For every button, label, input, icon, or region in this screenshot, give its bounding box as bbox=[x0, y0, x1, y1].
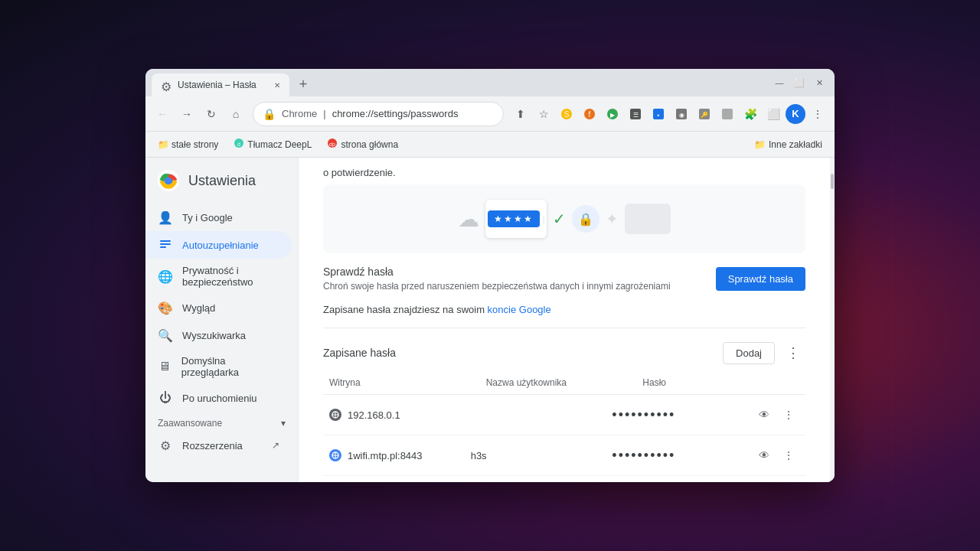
other-bookmarks[interactable]: 📁 Inne zakładki bbox=[748, 136, 828, 153]
menu-icon[interactable]: ⋮ bbox=[807, 103, 828, 125]
intro-text: o potwierdzenie. bbox=[323, 158, 805, 184]
forward-button[interactable]: → bbox=[176, 103, 198, 125]
show-password-button[interactable]: 👁 bbox=[753, 404, 775, 425]
other-bookmarks-label: Inne zakładki bbox=[769, 139, 822, 150]
address-path: chrome://settings/passwords bbox=[332, 108, 459, 119]
scroll-thumb[interactable] bbox=[831, 174, 834, 189]
sidebar-item-wyglad[interactable]: 🎨 Wygląd bbox=[145, 294, 292, 321]
svg-text:▪: ▪ bbox=[658, 112, 660, 119]
extension5-icon[interactable]: ▪ bbox=[648, 103, 669, 125]
svg-text:▶: ▶ bbox=[610, 112, 616, 119]
header-site: Witryna bbox=[329, 377, 486, 388]
extension7-icon[interactable]: 🔑 bbox=[694, 103, 715, 125]
sidebar-item-domyslna[interactable]: 🖥 Domyślna przeglądarka bbox=[145, 349, 292, 384]
password-stars: ★★★★ bbox=[488, 210, 540, 227]
check-passwords-row: Sprawdź hasła Chroń swoje hasła przed na… bbox=[323, 266, 805, 292]
extension8-icon[interactable] bbox=[717, 103, 738, 125]
tab-close-button[interactable]: ✕ bbox=[271, 79, 283, 91]
back-button[interactable]: ← bbox=[152, 103, 173, 125]
toolbar-icons: ⬆ ☆ S f ▶ ☰ ▪ ◉ 🔑 bbox=[510, 103, 828, 125]
scroll-track bbox=[830, 158, 835, 482]
google-account-link[interactable]: koncie Google bbox=[488, 304, 551, 315]
site-favicon bbox=[329, 449, 341, 461]
profile-avatar[interactable]: K bbox=[786, 104, 805, 124]
home-button[interactable]: ⌂ bbox=[225, 103, 247, 125]
bookmarks-bar: 📁 stałe strony d Tłumacz DeepL dp strona… bbox=[145, 132, 835, 158]
share-icon[interactable]: ⬆ bbox=[510, 103, 531, 125]
paint-icon: 🎨 bbox=[158, 300, 173, 315]
settings-title: Ustawienia bbox=[188, 173, 256, 189]
passwords-illustration: ☁ ★★★★ | ✓ 🔒 ✦ bbox=[323, 184, 805, 253]
tab-title: Ustawienia – Hasła bbox=[178, 80, 265, 90]
sidebar-section-zaawansowane: Zaawansowane ▾ bbox=[145, 412, 298, 432]
show-password-button[interactable]: 👁 bbox=[753, 445, 775, 466]
svg-text:dp: dp bbox=[330, 142, 336, 148]
check-passwords-title: Sprawdź hasła bbox=[323, 266, 671, 278]
svg-text:🔑: 🔑 bbox=[701, 111, 708, 119]
sidebar-item-rozszerzenia[interactable]: ⚙ Rozszerzenia ↗ bbox=[145, 432, 292, 459]
check-passwords-text: Sprawdź hasła Chroń swoje hasła przed na… bbox=[323, 266, 671, 292]
bookmark-label: stałe strony bbox=[172, 139, 218, 150]
sidebar-item-autouzupelnianie[interactable]: Autouzupełnianie bbox=[145, 231, 292, 259]
header-username: Nazwa użytkownika bbox=[486, 377, 643, 388]
sidebar-item-wyszukiwarka[interactable]: 🔍 Wyszukiwarka bbox=[145, 321, 292, 349]
add-password-button[interactable]: Dodaj bbox=[723, 342, 775, 364]
svg-point-21 bbox=[165, 178, 172, 184]
extensions-puzzle-icon[interactable]: 🧩 bbox=[740, 103, 761, 125]
username-cell: h3s bbox=[471, 450, 612, 461]
site-favicon bbox=[329, 409, 341, 421]
password-cell: •••••••••• bbox=[612, 407, 753, 423]
bookmark-label: strona główna bbox=[341, 139, 398, 150]
secure-icon: 🔒 bbox=[263, 108, 276, 120]
row-more-button[interactable]: ⋮ bbox=[778, 445, 799, 466]
cloud-icon: ☁ bbox=[458, 207, 479, 232]
site-cell: 192.168.0.1 bbox=[329, 409, 471, 421]
close-button[interactable]: ✕ bbox=[810, 73, 828, 92]
more-options-button[interactable]: ⋮ bbox=[781, 341, 805, 365]
extension1-icon[interactable]: S bbox=[556, 103, 577, 125]
chrome-logo bbox=[158, 170, 179, 191]
content-area: Ustawienia 👤 Ty i Google Autouzupełniani… bbox=[145, 158, 835, 482]
search-icon: 🔍 bbox=[158, 328, 173, 343]
address-bar[interactable]: 🔒 Chrome | chrome://settings/passwords bbox=[253, 102, 504, 126]
maximize-button[interactable]: ⬜ bbox=[790, 73, 808, 92]
placeholder-box bbox=[625, 204, 671, 234]
settings-inner: o potwierdzenie. ☁ ★★★★ | ✓ 🔒 ✦ bbox=[299, 158, 830, 482]
site-url: 192.168.0.1 bbox=[348, 409, 400, 421]
person-icon: 👤 bbox=[158, 210, 173, 225]
sidebar-label: Autouzupełnianie bbox=[182, 240, 259, 251]
bookmark-tlumacz[interactable]: d Tłumacz DeepL bbox=[227, 135, 318, 154]
saved-passwords-title: Zapisane hasła bbox=[323, 347, 717, 359]
sidebar-item-prywatnosc[interactable]: 🌐 Prywatność i bezpieczeństwo bbox=[145, 259, 292, 294]
sidebar-label: Po uruchomieniu bbox=[182, 393, 257, 404]
svg-text:◉: ◉ bbox=[679, 112, 684, 119]
row-more-button[interactable]: ⋮ bbox=[778, 404, 799, 425]
extension2-icon[interactable]: f bbox=[579, 103, 600, 125]
check-passwords-button[interactable]: Sprawdź hasła bbox=[716, 267, 805, 291]
svg-rect-23 bbox=[160, 243, 171, 245]
row-actions: 👁 ⋮ bbox=[753, 445, 799, 466]
sidebar-toggle-icon[interactable]: ⬜ bbox=[763, 103, 784, 125]
sidebar-item-po-uruchomieniu[interactable]: ⏻ Po uruchomieniu bbox=[145, 384, 292, 412]
sidebar-item-ty-i-google[interactable]: 👤 Ty i Google bbox=[145, 204, 292, 231]
extension3-icon[interactable]: ▶ bbox=[602, 103, 623, 125]
sidebar-label: Wyszukiwarka bbox=[182, 330, 246, 341]
folder-icon: 📁 bbox=[158, 139, 168, 150]
bookmark-stale-strony[interactable]: 📁 stałe strony bbox=[152, 136, 224, 153]
site-url: 1wifi.mtp.pl:8443 bbox=[348, 450, 423, 461]
extension6-icon[interactable]: ◉ bbox=[671, 103, 692, 125]
illustration-card: ★★★★ | bbox=[485, 200, 547, 238]
bookmark-icon[interactable]: ☆ bbox=[533, 103, 554, 125]
extension4-icon[interactable]: ☰ bbox=[625, 103, 646, 125]
check-passwords-description: Chroń swoje hasła przed naruszeniem bezp… bbox=[323, 281, 671, 292]
globe-icon: 🌐 bbox=[158, 269, 173, 284]
svg-text:S: S bbox=[564, 110, 570, 119]
reload-button[interactable]: ↻ bbox=[201, 103, 222, 125]
browser-tab[interactable]: ⚙ Ustawienia – Hasła ✕ bbox=[152, 73, 289, 96]
chevron-down-icon: ▾ bbox=[281, 418, 286, 429]
bookmark-strona-glowna[interactable]: dp strona główna bbox=[321, 135, 404, 154]
new-tab-button[interactable]: + bbox=[292, 73, 314, 95]
svg-text:d: d bbox=[237, 142, 240, 147]
minimize-button[interactable]: — bbox=[770, 73, 789, 92]
site-cell: 1wifi.mtp.pl:8443 bbox=[329, 449, 471, 461]
